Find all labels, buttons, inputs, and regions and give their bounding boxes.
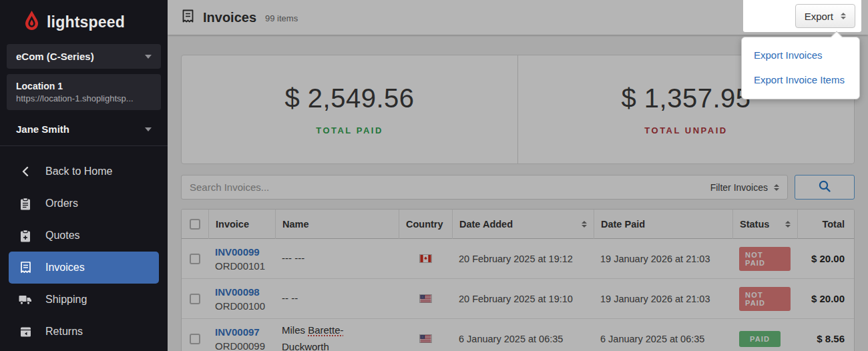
location-name: Location 1 (16, 81, 152, 91)
location-url: https://location-1.shoplightsp... (16, 93, 152, 103)
menu-item-export-invoices[interactable]: Export Invoices (742, 43, 859, 67)
chevron-down-icon (145, 127, 152, 131)
lightspeed-logo: lightspeed (0, 0, 168, 41)
sidebar-item-back-to-home[interactable]: Back to Home (0, 155, 168, 188)
menu-item-export-invoice-items[interactable]: Export Invoice Items (742, 67, 859, 92)
sidebar: lightspeed eCom (C-Series) Location 1 ht… (0, 0, 168, 351)
return-box-icon (19, 326, 32, 338)
user-name: Jane Smith (16, 123, 69, 135)
nav-label: Returns (45, 326, 83, 338)
sidebar-item-shipping[interactable]: Shipping (0, 284, 168, 316)
sidebar-item-returns[interactable]: Returns (0, 316, 168, 348)
sidebar-item-invoices[interactable]: Invoices (9, 252, 159, 284)
nav-label: Orders (45, 198, 78, 210)
export-button[interactable]: Export (795, 4, 855, 28)
sidebar-item-orders[interactable]: Orders (0, 188, 168, 220)
logo-wordmark: lightspeed (47, 13, 125, 31)
sidebar-nav: Back to Home Orders (0, 146, 168, 351)
nav-label: Quotes (45, 230, 80, 242)
export-dropdown-menu: Export Invoices Export Invoice Items (741, 37, 860, 99)
export-spotlight: Export (743, 0, 861, 32)
nav-label: Shipping (45, 294, 87, 306)
location-card[interactable]: Location 1 https://location-1.shoplights… (7, 74, 161, 110)
invoice-icon (19, 262, 32, 274)
nav-label: Invoices (45, 262, 85, 274)
clipboard-plus-icon (19, 230, 32, 242)
truck-icon (19, 294, 32, 306)
export-button-label: Export (805, 11, 833, 22)
chevron-down-icon (145, 55, 152, 59)
workspace-selector[interactable]: eCom (C-Series) (7, 44, 161, 69)
workspace-name: eCom (C-Series) (16, 51, 94, 62)
nav-label: Back to Home (45, 165, 112, 178)
chevron-left-icon (19, 166, 32, 177)
sidebar-item-quotes[interactable]: Quotes (0, 220, 168, 252)
clipboard-icon (19, 198, 32, 210)
flame-icon (23, 11, 41, 33)
select-arrows-icon (841, 13, 846, 19)
user-menu[interactable]: Jane Smith (0, 115, 168, 145)
app-window: lightspeed eCom (C-Series) Location 1 ht… (0, 0, 868, 351)
main-area: Invoices 99 items $ 2,549.56 TOTAL PAID … (168, 0, 868, 351)
